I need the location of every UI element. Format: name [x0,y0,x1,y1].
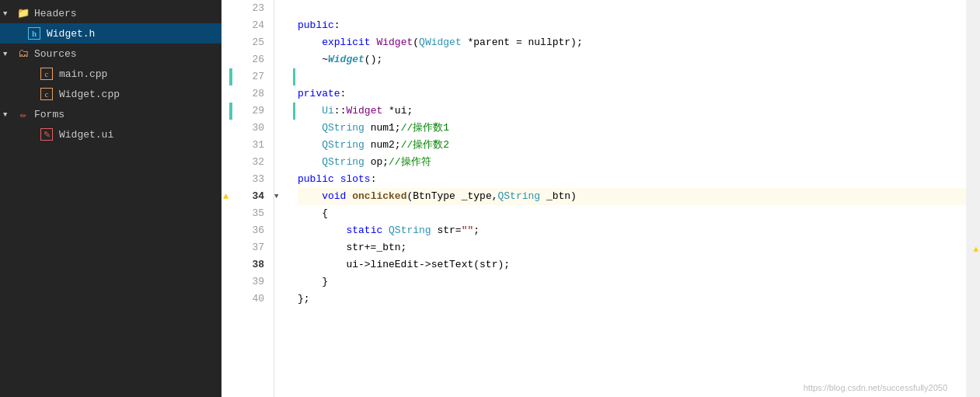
fold-28 [274,85,288,103]
fold-column: ▼ [274,0,288,397]
token-32-2: op; [364,154,389,171]
watermark: https://blog.csdn.net/successfully2050 [804,383,947,392]
linenum-31: 31 [235,137,264,154]
file-tree: 📁 Headers h Widget.h 🗂 Sources c main.cp… [0,0,221,397]
token-25-2 [371,34,377,51]
widget-h-icon: h [28,27,40,40]
gutter-27 [229,68,232,85]
gutter-35 [221,205,235,222]
linenum-33: 33 [235,171,264,188]
headers-folder-icon: 📁 [16,7,31,19]
code-line-30: QString num1;//操作数1 [298,120,966,137]
fold-34[interactable]: ▼ [274,188,288,205]
code-text[interactable]: public: explicit Widget(QWidget *parent … [288,0,966,397]
sources-arrow [3,50,16,58]
sidebar-item-sources[interactable]: 🗂 Sources [0,44,221,64]
linenum-37: 37 [235,239,264,256]
fold-26 [274,51,288,68]
token-30-0 [298,120,322,137]
widget-h-label: Widget.h [47,28,95,40]
token-36-2 [382,222,389,239]
fold-27 [274,68,288,85]
warning-triangle-34: ▲ [223,191,228,202]
code-line-28: private: [298,85,966,103]
token-34-6: _btn) [540,188,577,205]
linenum-23: 23 [235,0,264,17]
linenum-28: 28 [235,85,264,103]
token-32-0 [298,154,322,171]
line-indicator-27 [293,68,295,85]
scrollbar-indicator[interactable]: ▲ [966,0,980,397]
code-line-29: Ui::Widget *ui; [298,103,966,120]
main-cpp-label: main.cpp [59,68,107,80]
token-25-0 [298,34,322,51]
token-31-2: num2; [364,137,401,154]
sidebar-item-main-cpp[interactable]: c main.cpp [0,64,221,84]
token-24-2: : [334,17,340,34]
gutter-39 [221,273,235,291]
fold-24 [274,17,288,34]
sidebar-item-widget-h[interactable]: h Widget.h [0,23,221,44]
token-33-1: public [298,171,334,188]
linenum-34: 34 [235,188,264,205]
gutter-33 [221,171,235,188]
token-25-1: explicit [322,34,370,51]
gutter-23 [221,0,235,17]
linenum-24: 24 [235,17,264,34]
gutter-30 [221,120,235,137]
token-32-3: //操作符 [389,154,431,171]
sidebar-item-headers[interactable]: 📁 Headers [0,3,221,23]
code-line-40: }; [298,291,966,308]
widget-ui-label: Widget.ui [59,129,113,141]
line-numbers: 23 24 25 26 27 28 29 30 31 32 33 34 35 3… [235,0,274,397]
token-29-3: Widget [346,103,382,120]
gutter-29 [229,103,232,120]
fold-33 [274,171,288,188]
sources-folder-icon: 🗂 [16,47,31,60]
code-line-31: QString num2;//操作数2 [298,137,966,154]
token-33-4: : [371,171,377,188]
scroll-warning-icon: ▲ [973,245,978,254]
token-36-3: QString [389,222,431,239]
gutter-31 [221,137,235,154]
token-36-0 [298,222,346,239]
fold-36 [274,222,288,239]
linenum-30: 30 [235,120,264,137]
main-cpp-icon: c [40,68,53,80]
code-line-34: void onclicked(BtnType _type,QString _bt… [298,188,966,205]
token-30-3: //操作数1 [401,120,449,137]
token-38-0: ui->lineEdit->setText(str); [298,256,510,273]
linenum-38: 38 [235,256,264,273]
widget-cpp-icon: c [40,88,53,100]
sidebar-item-widget-cpp[interactable]: c Widget.cpp [0,84,221,104]
token-35-0: { [298,205,328,222]
code-line-38: ui->lineEdit->setText(str); [298,256,966,273]
sidebar-item-forms[interactable]: ✏️ Forms [0,104,221,124]
fold-arrow-34[interactable]: ▼ [274,193,278,200]
gutter-37 [221,239,235,256]
token-30-2: num1; [364,120,401,137]
gutter-32 [221,154,235,171]
token-25-5: QWidget [419,34,462,51]
token-29-1: Ui [322,103,334,120]
token-36-5: "" [462,222,474,239]
code-gutter: ▲ [221,0,235,397]
code-line-37: str+=_btn; [298,239,966,256]
sidebar-item-widget-ui[interactable]: ✎ Widget.ui [0,124,221,145]
gutter-26 [221,51,235,68]
token-25-6: *parent = nullptr); [462,34,583,51]
headers-label: Headers [34,8,77,19]
token-31-3: //操作数2 [401,137,449,154]
token-34-1: void [322,188,346,205]
token-28-1: private [298,85,340,103]
token-31-0 [298,137,322,154]
token-29-4: *ui; [382,103,413,120]
gutter-28 [221,85,235,103]
sources-label: Sources [34,48,77,60]
gutter-40 [221,291,235,308]
token-26-0: ~ [298,51,328,68]
fold-35 [274,205,288,222]
gutter-25 [221,34,235,51]
token-29-2: :: [334,103,347,120]
widget-cpp-label: Widget.cpp [59,89,120,100]
